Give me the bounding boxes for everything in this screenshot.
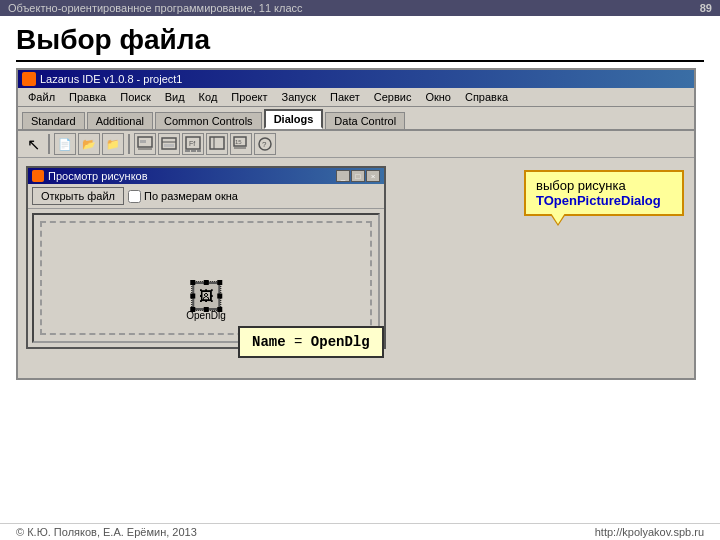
footer-right: http://kpolyakov.spb.ru — [595, 526, 704, 538]
comp-btn-6[interactable]: ? — [254, 133, 276, 155]
menu-help[interactable]: Справка — [459, 90, 514, 104]
menu-run[interactable]: Запуск — [276, 90, 322, 104]
page-number: 89 — [700, 2, 712, 14]
name-value: OpenDlg — [311, 334, 370, 350]
ide-title-text: Lazarus IDE v1.0.8 - project1 — [40, 73, 182, 85]
svg-rect-11 — [210, 137, 224, 149]
ide-menubar: Файл Правка Поиск Вид Код Проект Запуск … — [18, 88, 694, 107]
subwindow-minimize[interactable]: _ — [336, 170, 350, 182]
tab-standard[interactable]: Standard — [22, 112, 85, 129]
name-equals: = — [286, 334, 311, 350]
cursor-tool[interactable]: ↖ — [22, 133, 44, 155]
menu-service[interactable]: Сервис — [368, 90, 418, 104]
svg-rect-10 — [197, 150, 201, 152]
toolbar-btn-2[interactable]: 📂 — [78, 133, 100, 155]
svg-rect-1 — [140, 140, 146, 143]
handle-mr — [217, 294, 222, 299]
component-image[interactable]: 🖼 — [192, 282, 220, 310]
top-bar: Объектно-ориентированное программировани… — [0, 0, 720, 16]
ide-tabs: Standard Additional Common Controls Dial… — [18, 107, 694, 131]
subwindow-titlebar: Просмотр рисунков _ □ × — [28, 168, 384, 184]
component-icon-opendlg[interactable]: 🖼 OpenDl — [186, 282, 225, 321]
svg-rect-5 — [164, 144, 174, 147]
svg-text:15: 15 — [235, 139, 242, 145]
subwindow-toolbar: Открыть файл По размерам окна — [28, 184, 384, 209]
callout-line2: TOpenPictureDialog — [536, 193, 672, 208]
subwindow-title-text: Просмотр рисунков — [48, 170, 148, 182]
callout-line1: выбор рисунка — [536, 178, 672, 193]
tab-data-controls[interactable]: Data Control — [325, 112, 405, 129]
ide-titlebar: Lazarus IDE v1.0.8 - project1 — [18, 70, 694, 88]
menu-code[interactable]: Код — [193, 90, 224, 104]
subwindow-icon — [32, 170, 44, 182]
menu-search[interactable]: Поиск — [114, 90, 156, 104]
menu-view[interactable]: Вид — [159, 90, 191, 104]
ide-title-icon — [22, 72, 36, 86]
size-checkbox[interactable]: По размерам окна — [128, 190, 238, 203]
subwindow-maximize[interactable]: □ — [351, 170, 365, 182]
page-title: Выбор файла — [16, 24, 704, 62]
subwindow-canvas-area: 🖼 OpenDl — [32, 213, 380, 343]
size-checkbox-input[interactable] — [128, 190, 141, 203]
svg-rect-9 — [191, 150, 196, 152]
comp-btn-4[interactable] — [206, 133, 228, 155]
name-box: Name = OpenDlg — [238, 326, 384, 358]
callout-box: выбор рисунка TOpenPictureDialog — [524, 170, 684, 216]
handle-tm — [204, 280, 209, 285]
handle-br — [217, 307, 222, 312]
toolbar-btn-1[interactable]: 📄 — [54, 133, 76, 155]
handle-tr — [217, 280, 222, 285]
footer-left: © К.Ю. Поляков, Е.А. Ерёмин, 2013 — [16, 526, 197, 538]
size-checkbox-label: По размерам окна — [144, 190, 238, 202]
ide-toolbar: ↖ 📄 📂 📁 Ff — [18, 131, 694, 158]
tab-dialogs[interactable]: Dialogs — [264, 109, 324, 129]
ide-body: Просмотр рисунков _ □ × Открыть файл По … — [18, 158, 694, 378]
handle-bl — [190, 307, 195, 312]
selection-handles — [191, 281, 221, 311]
menu-package[interactable]: Пакет — [324, 90, 366, 104]
footer: © К.Ю. Поляков, Е.А. Ерёмин, 2013 http:/… — [0, 523, 720, 540]
open-file-button[interactable]: Открыть файл — [32, 187, 124, 205]
comp-btn-5[interactable]: 15 — [230, 133, 252, 155]
subwindow-close[interactable]: × — [366, 170, 380, 182]
tab-common-controls[interactable]: Common Controls — [155, 112, 262, 129]
name-label: Name — [252, 334, 286, 350]
handle-bm — [204, 307, 209, 312]
menu-file[interactable]: Файл — [22, 90, 61, 104]
svg-text:Ff: Ff — [189, 140, 195, 147]
tab-additional[interactable]: Additional — [87, 112, 153, 129]
menu-window[interactable]: Окно — [419, 90, 457, 104]
toolbar-sep-1 — [48, 134, 50, 154]
handle-tl — [190, 280, 195, 285]
handle-ml — [190, 294, 195, 299]
toolbar-sep-2 — [128, 134, 130, 154]
svg-rect-3 — [162, 138, 176, 149]
comp-btn-2[interactable] — [158, 133, 180, 155]
comp-btn-3[interactable]: Ff — [182, 133, 204, 155]
svg-text:?: ? — [262, 140, 267, 149]
main-content: Выбор файла Lazarus IDE v1.0.8 - project… — [0, 16, 720, 388]
course-title: Объектно-ориентированное программировани… — [8, 2, 303, 14]
comp-btn-1[interactable] — [134, 133, 156, 155]
subwindow-controls: _ □ × — [336, 170, 380, 182]
subwindow-title-left: Просмотр рисунков — [32, 170, 148, 182]
svg-rect-8 — [185, 150, 190, 152]
menu-edit[interactable]: Правка — [63, 90, 112, 104]
toolbar-btn-3[interactable]: 📁 — [102, 133, 124, 155]
menu-project[interactable]: Проект — [225, 90, 273, 104]
ide-window: Lazarus IDE v1.0.8 - project1 Файл Правк… — [16, 68, 696, 380]
subwindow-preview: Просмотр рисунков _ □ × Открыть файл По … — [26, 166, 386, 349]
